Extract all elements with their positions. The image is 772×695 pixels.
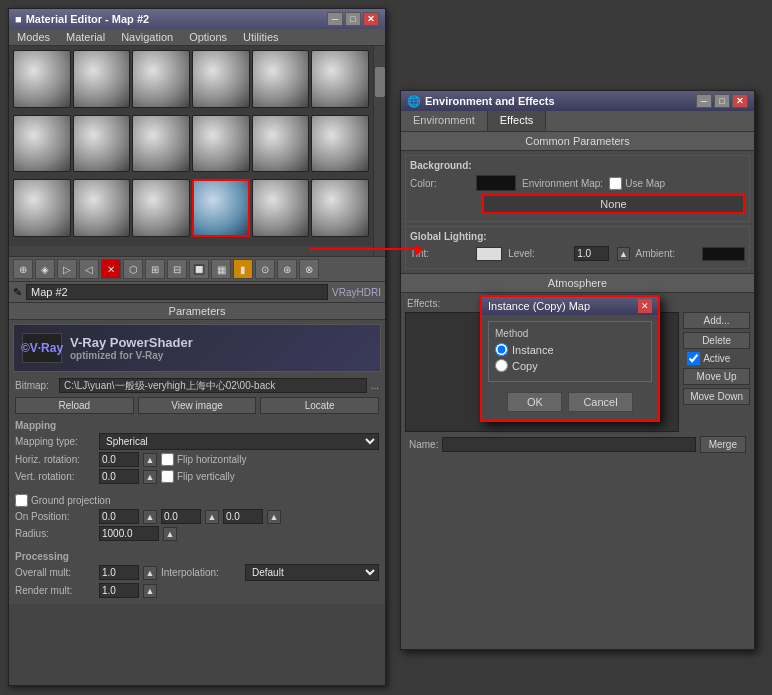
instance-radio[interactable] <box>495 343 508 356</box>
maximize-button[interactable]: □ <box>345 12 361 26</box>
map-name-input[interactable] <box>26 284 328 300</box>
overall-mult-input[interactable] <box>99 565 139 580</box>
flip-v-checkbox[interactable] <box>161 470 174 483</box>
mapping-type-select[interactable]: Spherical Cylindrical Box <box>99 433 379 450</box>
tb-btn-highlight[interactable]: ▮ <box>233 259 253 279</box>
overall-spin[interactable]: ▲ <box>143 566 157 580</box>
tb-btn-5[interactable]: ✕ <box>101 259 121 279</box>
tb-btn-10[interactable]: ▦ <box>211 259 231 279</box>
vert-spin-up[interactable]: ▲ <box>143 470 157 484</box>
tb-btn-1[interactable]: ⊕ <box>13 259 33 279</box>
mat-ball-3[interactable] <box>132 50 190 108</box>
vert-rotation-input[interactable]: 0.0 <box>99 469 139 484</box>
tb-btn-12[interactable]: ⊙ <box>255 259 275 279</box>
mat-ball-9[interactable] <box>132 115 190 173</box>
flip-h-check[interactable]: Flip horizontally <box>161 453 246 466</box>
mat-ball-18[interactable] <box>311 179 369 237</box>
active-checkbox[interactable] <box>687 352 700 365</box>
menu-modes[interactable]: Modes <box>9 29 58 45</box>
level-spin[interactable]: ▲ <box>617 247 629 261</box>
mat-ball-6[interactable] <box>311 50 369 108</box>
menu-options[interactable]: Options <box>181 29 235 45</box>
tb-btn-14[interactable]: ⊗ <box>299 259 319 279</box>
render-spin[interactable]: ▲ <box>143 584 157 598</box>
grid-scrollbar[interactable] <box>373 46 385 256</box>
tb-btn-4[interactable]: ◁ <box>79 259 99 279</box>
bitmap-path-input[interactable] <box>59 378 367 393</box>
env-maximize[interactable]: □ <box>714 94 730 108</box>
mat-ball-8[interactable] <box>73 115 131 173</box>
use-map-label[interactable]: Use Map <box>609 177 665 190</box>
horiz-spin-up[interactable]: ▲ <box>143 453 157 467</box>
radius-input[interactable] <box>99 526 159 541</box>
pos-z-spin[interactable]: ▲ <box>267 510 281 524</box>
ambient-swatch[interactable] <box>702 247 745 261</box>
merge-button[interactable]: Merge <box>700 436 746 453</box>
tb-btn-2[interactable]: ◈ <box>35 259 55 279</box>
move-down-button[interactable]: Move Down <box>683 388 750 405</box>
mat-ball-4[interactable] <box>192 50 250 108</box>
tb-btn-3[interactable]: ▷ <box>57 259 77 279</box>
menu-material[interactable]: Material <box>58 29 113 45</box>
mat-ball-11[interactable] <box>252 115 310 173</box>
tb-btn-13[interactable]: ⊛ <box>277 259 297 279</box>
move-up-button[interactable]: Move Up <box>683 368 750 385</box>
env-close[interactable]: ✕ <box>732 94 748 108</box>
mat-ball-12[interactable] <box>311 115 369 173</box>
mat-ball-17[interactable] <box>252 179 310 237</box>
close-button[interactable]: ✕ <box>363 12 379 26</box>
mat-ball-5[interactable] <box>252 50 310 108</box>
pos-x-input[interactable] <box>99 509 139 524</box>
tab-environment[interactable]: Environment <box>401 111 488 131</box>
ground-proj-check[interactable]: Ground projection <box>15 494 111 507</box>
mat-ball-selected[interactable] <box>192 179 250 237</box>
render-mult-input[interactable] <box>99 583 139 598</box>
radius-spin[interactable]: ▲ <box>163 527 177 541</box>
vray-renderer-text: VRayHDRI <box>332 287 381 298</box>
flip-h-checkbox[interactable] <box>161 453 174 466</box>
tb-btn-9[interactable]: 🔲 <box>189 259 209 279</box>
env-win-controls[interactable]: ─ □ ✕ <box>696 94 748 108</box>
tb-btn-7[interactable]: ⊞ <box>145 259 165 279</box>
menu-navigation[interactable]: Navigation <box>113 29 181 45</box>
mat-ball-14[interactable] <box>73 179 131 237</box>
pos-y-spin[interactable]: ▲ <box>205 510 219 524</box>
menu-utilities[interactable]: Utilities <box>235 29 286 45</box>
env-minimize[interactable]: ─ <box>696 94 712 108</box>
minimize-button[interactable]: ─ <box>327 12 343 26</box>
level-input[interactable] <box>574 246 609 261</box>
interpolation-select[interactable]: Default <box>245 564 379 581</box>
delete-button[interactable]: Delete <box>683 332 750 349</box>
copy-radio[interactable] <box>495 359 508 372</box>
mat-ball-13[interactable] <box>13 179 71 237</box>
active-check[interactable]: Active <box>687 352 750 365</box>
win-controls[interactable]: ─ □ ✕ <box>327 12 379 26</box>
tb-btn-8[interactable]: ⊟ <box>167 259 187 279</box>
mat-ball-15[interactable] <box>132 179 190 237</box>
mat-ball-1[interactable] <box>13 50 71 108</box>
tint-swatch[interactable] <box>476 247 502 261</box>
pos-z-input[interactable] <box>223 509 263 524</box>
pos-x-spin[interactable]: ▲ <box>143 510 157 524</box>
flip-v-check[interactable]: Flip vertically <box>161 470 235 483</box>
none-button[interactable]: None <box>482 194 745 214</box>
add-button[interactable]: Add... <box>683 312 750 329</box>
color-swatch[interactable] <box>476 175 516 191</box>
tab-effects[interactable]: Effects <box>488 111 546 131</box>
use-map-checkbox[interactable] <box>609 177 622 190</box>
tb-btn-6[interactable]: ⬡ <box>123 259 143 279</box>
ok-button[interactable]: OK <box>507 392 562 412</box>
instance-close-button[interactable]: ✕ <box>638 299 652 313</box>
horiz-rotation-input[interactable]: 0.0 <box>99 452 139 467</box>
ground-proj-checkbox[interactable] <box>15 494 28 507</box>
pos-y-input[interactable] <box>161 509 201 524</box>
cancel-button[interactable]: Cancel <box>568 392 632 412</box>
locate-button[interactable]: Locate <box>260 397 379 414</box>
mat-ball-7[interactable] <box>13 115 71 173</box>
view-image-button[interactable]: View image <box>138 397 257 414</box>
scrollbar-thumb[interactable] <box>375 67 385 97</box>
reload-button[interactable]: Reload <box>15 397 134 414</box>
effects-name-input[interactable] <box>442 437 695 452</box>
mat-ball-10[interactable] <box>192 115 250 173</box>
mat-ball-2[interactable] <box>73 50 131 108</box>
